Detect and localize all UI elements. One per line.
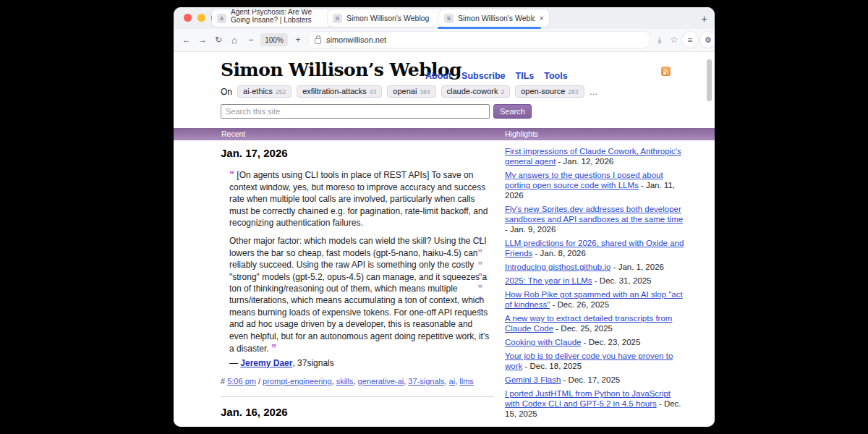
recent-column-label: Recent xyxy=(221,129,245,138)
meta-tag-link[interactable]: prompt-engineering xyxy=(263,377,331,386)
entry-date-heading: Jan. 16, 2026 xyxy=(221,407,493,418)
permalink-time[interactable]: 5:06 pm xyxy=(227,377,256,386)
close-window-button[interactable] xyxy=(184,14,192,22)
quote-mark-artifact: ” xyxy=(478,260,483,271)
search-input[interactable] xyxy=(221,104,490,119)
highlight-item: I ported JustHTML from Python to JavaScr… xyxy=(505,388,686,419)
highlight-item: Your job is to deliver code you have pro… xyxy=(505,351,686,371)
search-button[interactable]: Search xyxy=(493,104,532,119)
tag-pills: ai-ethics 252 exfiltration-attacks 43 op… xyxy=(237,85,584,98)
tab-bar: A Agent Psychosis: Are We Going Insane? … xyxy=(174,7,715,29)
meta-tag-link[interactable]: generative-ai xyxy=(358,377,404,386)
tag-name: open-source xyxy=(521,87,565,95)
tag-count: 43 xyxy=(370,88,376,95)
menu-icon[interactable]: ≡ xyxy=(682,32,698,48)
nav-link[interactable]: Tools xyxy=(544,71,567,81)
new-tab-button[interactable]: + xyxy=(697,11,712,26)
recent-column: Jan. 17, 2026 “ [On agents using CLI too… xyxy=(221,140,493,427)
quote-paragraph-2: Other major factor: which models can wie… xyxy=(229,235,491,354)
address-bar[interactable]: simonwillison.net xyxy=(309,32,649,48)
highlight-date: - Jan. 9, 2026 xyxy=(505,225,556,234)
highlight-date: - Dec. 31, 2025 xyxy=(595,276,652,285)
highlight-link[interactable]: Cooking with Claude xyxy=(505,338,581,346)
scrollbar-thumb[interactable] xyxy=(707,59,712,101)
meta-tag-link[interactable]: 37-signals xyxy=(408,377,444,386)
highlight-link[interactable]: I ported JustHTML from Python to JavaScr… xyxy=(505,389,671,408)
highlight-link[interactable]: 2025: The year in LLMs xyxy=(505,276,592,285)
reload-icon[interactable]: ↻ xyxy=(211,33,226,47)
tab-favicon: S xyxy=(333,14,342,23)
tag-pill[interactable]: claude-cowork 2 xyxy=(441,85,511,98)
tag-pill[interactable]: openai 384 xyxy=(387,85,435,98)
highlight-date: - Dec. 18, 2025 xyxy=(524,362,582,370)
attribution-link[interactable]: Jeremy Daer xyxy=(240,358,292,368)
highlight-item: First impressions of Claude Cowork, Anth… xyxy=(505,146,686,166)
highlight-item: Gemini 3 Flash - Dec. 17, 2025 xyxy=(505,375,686,385)
download-icon[interactable]: ⤓ xyxy=(652,33,667,47)
highlight-date: - Dec. 17, 2025 xyxy=(563,375,621,384)
highlight-link[interactable]: My answers to the questions I posed abou… xyxy=(505,171,663,190)
meta-tags: prompt-engineering, skills, generative-a… xyxy=(263,377,474,386)
nav-link[interactable]: Subscribe xyxy=(461,71,505,81)
highlight-date: - Dec. 26, 2025 xyxy=(552,300,609,309)
meta-tag-link[interactable]: llms xyxy=(459,377,474,386)
zoom-in-icon[interactable]: + xyxy=(291,33,305,47)
tab-title: Agent Psychosis: Are We Going Insane? | … xyxy=(231,9,316,27)
quote-mark-artifact: ” xyxy=(478,236,483,247)
bookmark-star-icon[interactable]: ☆ xyxy=(667,33,681,47)
highlight-link[interactable]: Gemini 3 Flash xyxy=(505,375,561,384)
quote-mark-artifact: ” xyxy=(478,271,483,283)
tag-pill[interactable]: exfiltration-attacks 43 xyxy=(297,85,382,98)
tab-simonwillison-2-active[interactable]: S Simon Willison's Weblog × xyxy=(439,9,549,27)
rss-feed-icon[interactable] xyxy=(661,67,671,76)
meta-tag-link[interactable]: skills xyxy=(336,377,354,386)
tab-lobsters[interactable]: A Agent Psychosis: Are We Going Insane? … xyxy=(212,9,332,27)
back-icon[interactable]: ← xyxy=(179,33,194,47)
highlight-item: Fly's new Sprites.dev addresses both dev… xyxy=(505,204,686,234)
settings-gear-icon[interactable]: ⚙ xyxy=(700,32,715,48)
tag-pill[interactable]: open-source 283 xyxy=(515,85,584,98)
tag-pill[interactable]: ai-ethics 252 xyxy=(237,85,292,98)
tag-name: openai xyxy=(393,87,417,95)
highlight-date: - Jan. 1, 2026 xyxy=(613,263,664,271)
lock-icon xyxy=(315,38,321,44)
browser-window: A Agent Psychosis: Are We Going Insane? … xyxy=(174,7,715,427)
highlight-date: - Dec. 25, 2025 xyxy=(556,324,613,333)
nav-link[interactable]: About xyxy=(425,71,451,81)
tag-name: claude-cowork xyxy=(447,87,498,95)
highlight-item: My answers to the questions I posed abou… xyxy=(505,170,686,200)
forward-icon[interactable]: → xyxy=(195,33,210,47)
zoom-level-button[interactable]: 100% xyxy=(260,33,288,46)
close-quote-mark: ” xyxy=(271,342,276,354)
meta-tag-link[interactable]: ai xyxy=(449,377,456,386)
highlight-link[interactable]: LLM predictions for 2026, shared with Ox… xyxy=(505,239,684,258)
close-tab-icon[interactable]: × xyxy=(535,14,544,22)
hash-anchor[interactable]: # xyxy=(221,377,227,386)
highlight-link[interactable]: Introducing gisthost.github.io xyxy=(505,263,610,271)
blockquote: “ [On agents using CLI tools in place of… xyxy=(229,169,491,354)
tag-count: 384 xyxy=(420,88,430,95)
quote-mark-artifact: ” xyxy=(478,247,483,259)
highlight-item: A new way to extract detailed transcript… xyxy=(505,313,686,333)
zoom-out-icon[interactable]: − xyxy=(244,33,258,47)
entry-meta-line: # 5:06 pm / prompt-engineering, skills, … xyxy=(221,375,493,387)
tab-favicon: A xyxy=(217,14,226,23)
more-tags-ellipsis[interactable]: … xyxy=(590,87,598,97)
highlight-date: - Dec. 23, 2025 xyxy=(584,338,641,346)
nav-link[interactable]: TILs xyxy=(516,71,535,81)
entry-date-heading: Jan. 17, 2026 xyxy=(221,148,493,159)
highlight-item: How Rob Pike got spammed with an AI slop… xyxy=(505,289,686,310)
quote-mark-artifact: ” xyxy=(478,295,483,307)
home-icon[interactable]: ⌂ xyxy=(227,33,242,47)
minimize-window-button[interactable] xyxy=(197,14,205,22)
tags-prefix: On xyxy=(221,87,232,97)
column-header-bar: Recent Highlights xyxy=(174,128,715,140)
highlights-column-label: Highlights xyxy=(505,129,538,138)
tag-count: 283 xyxy=(568,88,578,95)
page-viewport: Simon Willison’s Weblog AboutSubscribeTI… xyxy=(174,52,715,427)
quote-mark-artifact: ” xyxy=(478,307,483,318)
tab-simonwillison-1[interactable]: S Simon Willison's Weblog xyxy=(328,9,443,27)
highlight-link[interactable]: Fly's new Sprites.dev addresses both dev… xyxy=(505,205,683,224)
site-nav: AboutSubscribeTILsTools xyxy=(425,71,568,81)
open-quote-mark: “ xyxy=(229,169,234,180)
